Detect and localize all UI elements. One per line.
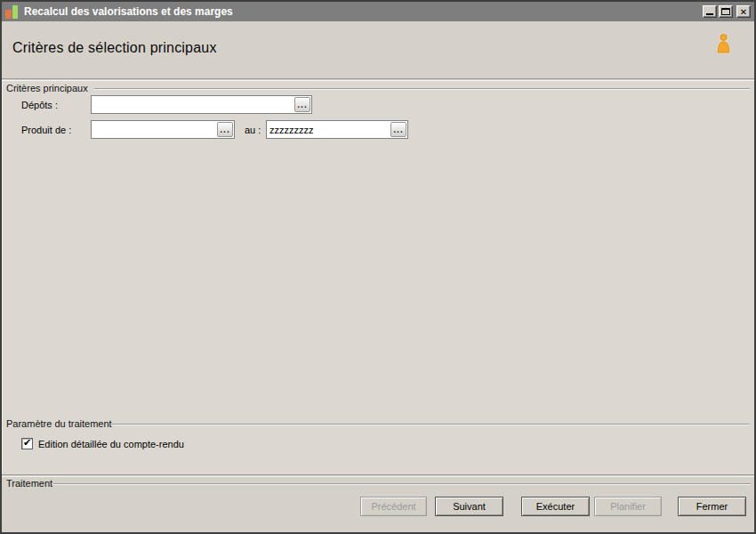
- person-icon: [715, 33, 732, 53]
- ellipsis-icon: ...: [393, 125, 403, 134]
- planifier-button: Planifier: [594, 497, 662, 516]
- executer-button[interactable]: Exécuter: [521, 497, 590, 516]
- footer-bar: Traitement Précédent Suivant Exécuter Pl…: [2, 476, 754, 532]
- group-label-parametre-traitement: Paramètre du traitement: [6, 418, 112, 429]
- window-controls: ✕: [703, 5, 751, 18]
- minimize-icon: [706, 13, 713, 15]
- depots-input[interactable]: [93, 97, 292, 112]
- edition-detaillee-row: ✔ Edition détaillée du compte-rendu: [21, 438, 184, 449]
- depots-browse-button[interactable]: ...: [294, 97, 310, 112]
- maximize-icon: [721, 8, 730, 15]
- edition-detaillee-label: Edition détaillée du compte-rendu: [38, 439, 184, 449]
- produit-de-input[interactable]: [93, 122, 214, 137]
- produit-de-label: Produit de :: [21, 125, 71, 135]
- group-line-traitement: [53, 483, 751, 485]
- check-icon: ✔: [23, 439, 31, 448]
- group-label-traitement: Traitement: [6, 478, 52, 489]
- group-line-parametre: [112, 424, 750, 425]
- close-icon: ✕: [737, 7, 750, 17]
- fermer-button[interactable]: Fermer: [678, 497, 746, 516]
- au-label: au :: [245, 125, 261, 135]
- depots-field-frame: ...: [91, 95, 312, 114]
- edition-detaillee-checkbox[interactable]: ✔: [21, 438, 33, 449]
- ellipsis-icon: ...: [220, 125, 229, 134]
- au-field-frame: ...: [266, 120, 408, 139]
- window-title: Recalcul des valorisations et des marges: [24, 5, 698, 18]
- precedent-button: Précédent: [360, 497, 427, 516]
- group-label-criteres-principaux: Critères principaux: [6, 83, 88, 93]
- content-panel: Critères principaux Dépôts : ... Produit…: [2, 80, 754, 475]
- depots-label: Dépôts :: [21, 100, 58, 110]
- maximize-button[interactable]: [719, 5, 733, 18]
- app-icon: [5, 4, 20, 19]
- minimize-button[interactable]: [703, 5, 717, 18]
- dialog-window: Recalcul des valorisations et des marges…: [0, 0, 756, 534]
- title-bar[interactable]: Recalcul des valorisations et des marges…: [2, 2, 754, 21]
- close-button[interactable]: ✕: [736, 5, 751, 18]
- produit-de-field-frame: ...: [91, 120, 235, 139]
- app-icon-orange-bar: [5, 10, 12, 19]
- ellipsis-icon: ...: [297, 100, 307, 109]
- au-browse-button[interactable]: ...: [390, 122, 406, 137]
- produit-de-browse-button[interactable]: ...: [217, 122, 233, 137]
- suivant-button[interactable]: Suivant: [435, 497, 503, 516]
- group-line-criteres: [94, 88, 750, 90]
- header-band: Critères de sélection principaux: [2, 21, 754, 79]
- au-input[interactable]: [269, 122, 388, 137]
- page-title: Critères de sélection principaux: [12, 40, 217, 56]
- app-icon-green-bar: [12, 5, 18, 19]
